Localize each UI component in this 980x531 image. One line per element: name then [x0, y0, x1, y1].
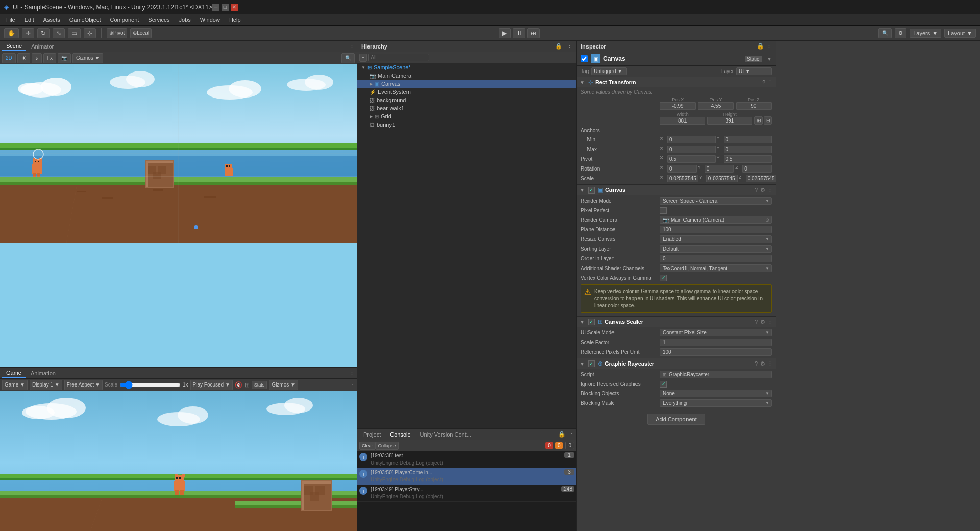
tab-project[interactable]: Project: [359, 430, 385, 439]
inspector-lock-btn[interactable]: 🔒: [757, 43, 764, 50]
layers-dropdown[interactable]: Layers ▼: [910, 29, 941, 38]
hierarchy-item-main-camera[interactable]: 📷 Main Camera: [357, 71, 576, 80]
info-count[interactable]: 0: [565, 442, 574, 449]
pos-z-value[interactable]: 90: [736, 102, 772, 110]
console-entry-3[interactable]: i [19:03:49] PlayerStay... UnityEngine.D…: [357, 485, 576, 502]
render-mode-value[interactable]: Screen Space - Camera: [660, 197, 772, 205]
menu-assets[interactable]: Assets: [39, 16, 64, 24]
menu-component[interactable]: Component: [106, 16, 143, 24]
local-dropdown[interactable]: ⊕Local: [130, 28, 152, 38]
canvas-scaler-enabled-checkbox[interactable]: ✓: [588, 319, 595, 325]
scale-tool[interactable]: ⤡: [53, 28, 65, 38]
menu-help[interactable]: Help: [225, 16, 245, 24]
render-camera-value[interactable]: 📷 Main Camera (Camera) ⊙: [660, 216, 772, 224]
vertex-color-checkbox[interactable]: ✓: [660, 275, 667, 281]
pos-y-value[interactable]: 4.55: [698, 102, 733, 110]
scene-camera-btn[interactable]: 📷: [58, 53, 71, 63]
game-content[interactable]: [0, 391, 357, 531]
hierarchy-more-btn[interactable]: ⋮: [567, 43, 572, 50]
scaler-more-btn[interactable]: ⋮: [767, 319, 773, 325]
ref-pixels-value[interactable]: 100: [660, 348, 772, 356]
pos-x-value[interactable]: -0.99: [660, 102, 696, 110]
aspect-dropdown[interactable]: Free Aspect ▼: [64, 380, 103, 390]
blocking-objects-value[interactable]: None: [660, 390, 772, 397]
menu-services[interactable]: Services: [144, 16, 174, 24]
tab-game[interactable]: Game: [2, 369, 26, 378]
plane-distance-value[interactable]: 100: [660, 226, 772, 233]
tab-console[interactable]: Console: [386, 430, 414, 439]
play-focused-dropdown[interactable]: Play Focused ▼: [190, 380, 233, 390]
settings-button[interactable]: ⚙: [895, 28, 906, 38]
rect-tool[interactable]: ▭: [68, 28, 81, 38]
minimize-button[interactable]: ─: [212, 4, 219, 11]
canvas-enabled-checkbox[interactable]: ✓: [588, 187, 595, 194]
scale-slider[interactable]: [119, 382, 181, 388]
camera-select-btn[interactable]: ⊙: [765, 217, 769, 223]
console-lock-btn[interactable]: 🔒: [558, 431, 566, 438]
rot-z[interactable]: 0: [742, 165, 772, 173]
gizmos-toggle[interactable]: Gizmos ▼: [72, 53, 104, 63]
canvas-help-btn[interactable]: ?: [755, 187, 758, 193]
menu-gameobject[interactable]: GameObject: [65, 16, 105, 24]
move-tool[interactable]: ✛: [22, 28, 34, 38]
menu-file[interactable]: File: [2, 16, 19, 24]
object-name[interactable]: Canvas: [603, 55, 742, 62]
console-entry-2[interactable]: i [19:03:50] PlayerCome in... UnityEngin…: [357, 468, 576, 485]
ui-scale-mode-value[interactable]: Constant Pixel Size: [660, 329, 772, 336]
canvas-settings-btn[interactable]: ⚙: [760, 187, 765, 194]
layout-dropdown[interactable]: Layout ▼: [944, 29, 976, 38]
hierarchy-item-eventsystem[interactable]: ⚡ EventSystem: [357, 88, 576, 96]
search-button[interactable]: 🔍: [878, 28, 892, 38]
scene-more-btn[interactable]: ⋮: [349, 43, 355, 50]
raycaster-enabled-checkbox[interactable]: ✓: [588, 360, 595, 367]
scale-x[interactable]: 0.02557545: [667, 175, 698, 182]
canvas-more-btn[interactable]: ⋮: [767, 187, 773, 194]
add-hierarchy-btn[interactable]: +: [359, 54, 367, 62]
clear-btn[interactable]: Clear: [359, 442, 376, 450]
static-arrow[interactable]: ▼: [767, 56, 772, 62]
tab-version-control[interactable]: Unity Version Cont...: [416, 430, 475, 439]
vsync-btn[interactable]: ⊞: [244, 381, 250, 389]
display1-dropdown[interactable]: Display 1 ▼: [30, 380, 62, 390]
menu-window[interactable]: Window: [196, 16, 224, 24]
raycaster-help-btn[interactable]: ?: [755, 360, 758, 367]
pivot-y[interactable]: 0.5: [724, 155, 772, 163]
pixel-perfect-checkbox[interactable]: [660, 207, 667, 214]
rot-x[interactable]: 0: [667, 165, 697, 173]
hierarchy-item-canvas[interactable]: ▶ ▣ Canvas: [357, 80, 576, 88]
console-more-btn[interactable]: ⋮: [569, 431, 574, 438]
step-button[interactable]: ⏭: [527, 28, 540, 38]
scaler-help-btn[interactable]: ?: [755, 319, 758, 325]
additional-shader-value[interactable]: TexCoord1, Normal, Tangent: [660, 264, 772, 272]
graphic-raycaster-header[interactable]: ▼ ✓ ⊕ Graphic Raycaster ? ⚙ ⋮: [577, 358, 776, 369]
gizmos-game-dropdown[interactable]: Gizmos ▼: [269, 380, 298, 390]
error-count[interactable]: 0: [545, 442, 553, 449]
fx-toggle[interactable]: Fx: [43, 53, 56, 63]
inspector-more-btn[interactable]: ⋮: [766, 43, 772, 50]
play-button[interactable]: ▶: [499, 28, 511, 38]
scene-search[interactable]: 🔍: [341, 53, 355, 63]
hierarchy-item-background[interactable]: 🖼 background: [357, 96, 576, 104]
raycaster-settings-btn[interactable]: ⚙: [760, 360, 765, 367]
pivot-x[interactable]: 0.5: [667, 155, 716, 163]
scaler-settings-btn[interactable]: ⚙: [760, 319, 765, 325]
collapse-btn[interactable]: Collapse: [376, 442, 399, 450]
game-display-dropdown[interactable]: Game ▼: [2, 380, 28, 390]
scale-z[interactable]: 0.02557545: [746, 175, 776, 182]
object-active-checkbox[interactable]: [581, 55, 588, 62]
rot-y[interactable]: 0: [705, 165, 734, 173]
audio-toggle[interactable]: ♪: [32, 53, 42, 63]
console-entry-1[interactable]: i [19:03:38] test UnityEngine.Debug:Log …: [357, 451, 576, 468]
blocking-mask-value[interactable]: Everything: [660, 399, 772, 407]
tab-animator[interactable]: Animator: [27, 42, 58, 51]
hierarchy-item-bear-walk1[interactable]: 🖼 bear-walk1: [357, 104, 576, 112]
rect-transform-header[interactable]: ▼ ⊹ Rect Transform ? ⋮: [577, 77, 776, 87]
pause-button[interactable]: ⏸: [513, 28, 525, 38]
hierarchy-search[interactable]: [368, 54, 429, 61]
anchor-min-x[interactable]: 0: [667, 136, 716, 143]
hierarchy-item-grid[interactable]: ▶ ⊞ Grid: [357, 112, 576, 120]
transform-tool[interactable]: ⊹: [84, 28, 96, 38]
rotate-tool[interactable]: ↻: [37, 28, 50, 38]
menu-jobs[interactable]: Jobs: [175, 16, 195, 24]
layer-dropdown[interactable]: UI ▼: [736, 67, 772, 75]
